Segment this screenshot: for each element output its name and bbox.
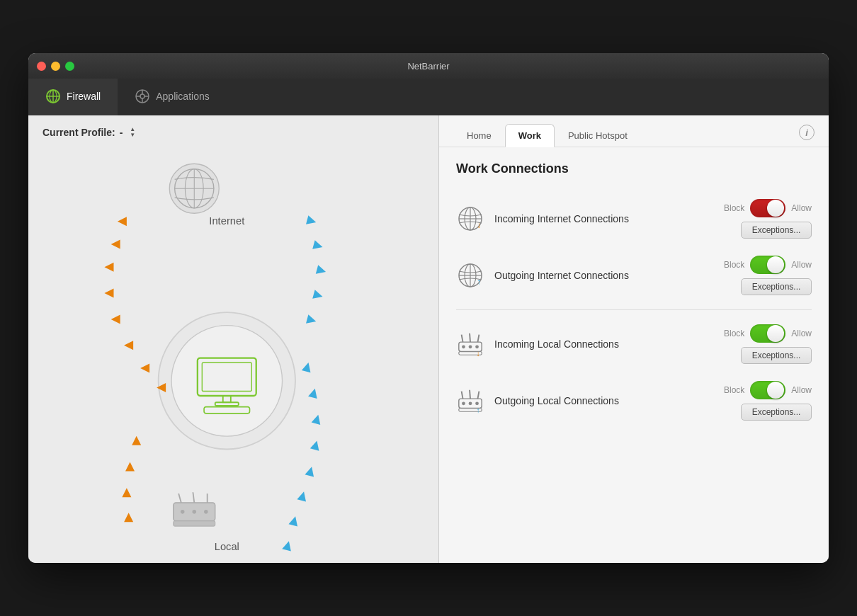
svg-text:Local: Local (215, 541, 239, 552)
profile-stepper[interactable]: ▲ ▼ (130, 127, 135, 138)
toggle-knob (767, 325, 784, 342)
svg-marker-37 (124, 338, 138, 353)
network-diagram: Internet (28, 149, 438, 560)
svg-marker-48 (302, 313, 316, 326)
svg-line-25 (193, 492, 194, 503)
outgoing-local-toggle-row: Block Allow (724, 381, 812, 399)
svg-marker-35 (104, 286, 118, 300)
svg-marker-49 (300, 363, 314, 376)
outgoing-local-icon: ↑ (456, 387, 484, 415)
svg-text:↓: ↓ (477, 220, 481, 230)
main-content: Current Profile: - ▲ ▼ (28, 115, 829, 563)
outgoing-local-exceptions-btn[interactable]: Exceptions... (741, 404, 812, 421)
svg-marker-40 (130, 436, 144, 450)
incoming-internet-icon: ↓ (456, 205, 484, 233)
outgoing-internet-label: Outgoing Internet Connections (494, 270, 714, 281)
incoming-internet-toggle[interactable] (750, 199, 785, 217)
incoming-local-controls: Block Allow Exceptions... (724, 324, 812, 364)
current-profile: Current Profile: - ▲ ▼ (28, 115, 438, 149)
toolbar: Firewall Applications (28, 79, 829, 115)
close-button[interactable] (37, 62, 46, 71)
outgoing-internet-toggle-row: Block Allow (724, 256, 812, 274)
tab-home-label: Home (467, 130, 492, 141)
tab-hotspot[interactable]: Public Hotspot (555, 124, 641, 147)
incoming-internet-label: Incoming Internet Connections (494, 213, 714, 224)
incoming-local-icon: ↓ (456, 330, 484, 358)
toggle-knob (767, 256, 784, 273)
toggle-knob (767, 200, 784, 217)
incoming-local-exceptions-btn[interactable]: Exceptions... (741, 347, 812, 364)
svg-marker-45 (310, 239, 323, 252)
left-panel: Current Profile: - ▲ ▼ (28, 115, 439, 563)
svg-text:↑: ↑ (477, 277, 481, 287)
svg-marker-53 (303, 467, 317, 480)
svg-point-81 (469, 401, 472, 405)
svg-text:↑: ↑ (477, 406, 480, 414)
tab-work[interactable]: Work (505, 124, 555, 147)
svg-point-73 (475, 345, 479, 348)
svg-point-72 (469, 345, 472, 348)
outgoing-local-row: ↑ Outgoing Local Connections Block Allow… (456, 372, 812, 429)
incoming-local-toggle[interactable] (750, 324, 785, 343)
window-controls (37, 62, 74, 71)
outgoing-internet-row: ↑ Outgoing Internet Connections Block Al… (456, 247, 812, 304)
outgoing-internet-controls: Block Allow Exceptions... (724, 256, 812, 295)
tab-firewall[interactable]: Firewall (28, 79, 118, 115)
app-window: NetBarrier Firewall (28, 53, 829, 563)
svg-line-78 (470, 390, 470, 399)
svg-marker-34 (104, 260, 118, 274)
outgoing-local-block-label: Block (724, 385, 744, 395)
svg-line-77 (462, 392, 463, 399)
incoming-internet-row: ↓ Incoming Internet Connections Block Al… (456, 190, 812, 247)
right-panel: Home Work Public Hotspot i Work Connecti… (439, 115, 829, 563)
svg-point-17 (171, 326, 283, 437)
minimize-button[interactable] (51, 62, 60, 71)
svg-point-5 (140, 94, 144, 98)
svg-marker-42 (120, 488, 134, 502)
svg-marker-43 (122, 513, 136, 527)
svg-marker-51 (310, 415, 323, 428)
profile-label: Current Profile: (42, 127, 115, 138)
incoming-internet-block-label: Block (724, 203, 744, 213)
svg-marker-54 (295, 491, 309, 505)
titlebar: NetBarrier (28, 53, 829, 79)
svg-point-80 (462, 401, 465, 405)
outgoing-local-allow-label: Allow (791, 385, 812, 395)
tab-work-label: Work (518, 130, 541, 141)
svg-marker-56 (280, 541, 294, 554)
outgoing-internet-icon: ↑ (456, 261, 484, 290)
tab-applications[interactable]: Applications (118, 79, 227, 115)
incoming-internet-controls: Block Allow Exceptions... (724, 199, 812, 239)
outgoing-local-toggle[interactable] (750, 381, 785, 399)
info-icon: i (805, 127, 808, 138)
svg-marker-36 (111, 312, 125, 326)
maximize-button[interactable] (65, 62, 74, 71)
incoming-local-row: ↓ Incoming Local Connections Block Allow… (456, 316, 812, 372)
info-button[interactable]: i (799, 125, 815, 140)
svg-marker-32 (118, 215, 132, 229)
firewall-label: Firewall (67, 91, 101, 102)
svg-point-29 (193, 510, 197, 514)
toggle-knob (767, 382, 784, 399)
incoming-internet-allow-label: Allow (791, 203, 812, 213)
outgoing-internet-toggle[interactable] (750, 256, 785, 274)
incoming-internet-exceptions-btn[interactable]: Exceptions... (741, 222, 812, 239)
svg-point-82 (475, 401, 479, 405)
svg-line-24 (178, 494, 181, 503)
incoming-local-allow-label: Allow (791, 329, 812, 338)
profile-down-arrow[interactable]: ▼ (130, 132, 135, 138)
svg-marker-52 (309, 440, 322, 454)
svg-rect-27 (174, 521, 215, 526)
outgoing-internet-exceptions-btn[interactable]: Exceptions... (741, 278, 812, 295)
divider-1 (456, 309, 812, 310)
svg-point-30 (204, 510, 208, 514)
outgoing-local-label: Outgoing Local Connections (494, 395, 714, 406)
svg-marker-50 (307, 389, 320, 402)
firewall-icon (45, 89, 61, 104)
outgoing-local-controls: Block Allow Exceptions... (724, 381, 812, 421)
tab-home[interactable]: Home (453, 124, 505, 147)
svg-point-71 (462, 345, 465, 348)
svg-marker-46 (312, 263, 326, 277)
window-title: NetBarrier (407, 61, 449, 72)
svg-marker-47 (310, 288, 323, 302)
